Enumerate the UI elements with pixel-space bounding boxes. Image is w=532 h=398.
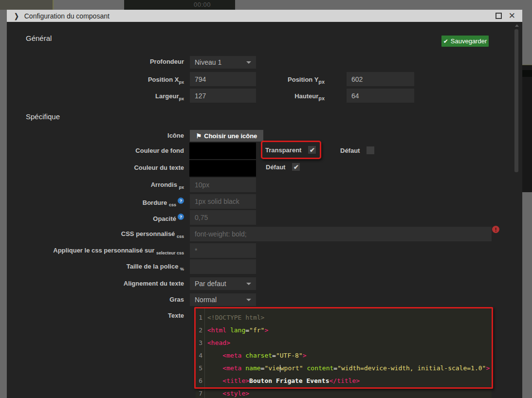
fond-defaut-checkline: Défaut (340, 146, 374, 154)
line-number: 3 (196, 337, 202, 349)
background-panel (0, 0, 53, 10)
css-perso-label: CSS personnalisé css (7, 230, 184, 239)
css-selector-label: Appliquer le css personnalisé sur select… (7, 247, 184, 255)
check-icon: ✔ (443, 38, 448, 45)
texte-defaut-checkline: Défaut ✔ (266, 163, 300, 171)
save-button[interactable]: ✔ Sauvegarder (441, 36, 489, 47)
background-divider (53, 0, 54, 10)
bordure-help-icon[interactable]: ? (178, 198, 184, 204)
code-line[interactable]: 5 <meta name="viewport" content="width=d… (196, 362, 492, 375)
position-y-input[interactable] (347, 72, 414, 86)
taille-police-label: Taille de la police % (7, 263, 184, 271)
css-selector-input[interactable] (190, 243, 256, 258)
fond-defaut-label: Défaut (340, 147, 360, 154)
hauteur-input[interactable] (347, 89, 414, 103)
line-number: 2 (196, 324, 202, 337)
opacite-label: Opacité? (7, 214, 184, 222)
fond-defaut-checkbox[interactable] (367, 146, 374, 154)
page-background-top: 00:00 (0, 0, 532, 10)
line-number: 4 (196, 349, 202, 362)
profondeur-label: Profondeur (7, 58, 184, 65)
texte-code-editor[interactable]: 1<!DOCTYPE html>2<html lang="fr">3<head>… (196, 308, 492, 398)
transparent-checkline: Transparent ✔ (265, 146, 316, 154)
arrondis-label: Arrondis px (7, 181, 184, 190)
section-specifique: Spécifique (26, 112, 60, 121)
code-line[interactable]: 1<!DOCTYPE html> (196, 311, 492, 324)
section-general: Général (26, 34, 52, 42)
couleur-fond-label: Couleur de fond (7, 147, 184, 154)
couleur-fond-swatch[interactable] (189, 143, 256, 159)
scrollbar-thumb[interactable] (514, 29, 518, 172)
couleur-texte-swatch[interactable] (189, 160, 256, 177)
icone-label: Icône (7, 132, 184, 139)
line-number: 6 (196, 375, 202, 387)
collapse-chevron-icon[interactable]: ❯ (14, 12, 18, 20)
alignement-select[interactable]: Par defaut (190, 277, 256, 290)
gras-select[interactable]: Normal (190, 293, 256, 306)
dialog-titlebar[interactable]: ❯ Configuration du composant ✕ (7, 10, 522, 22)
code-line[interactable]: 4 <meta charset="UTF-8"> (196, 349, 492, 362)
component-config-dialog: ❯ Configuration du composant ✕ Général ✔… (7, 10, 522, 398)
save-button-label: Sauvegarder (451, 37, 487, 45)
transparent-checkbox[interactable]: ✔ (308, 146, 316, 154)
opacite-help-icon[interactable]: ? (178, 214, 184, 220)
error-icon: ! (492, 226, 499, 233)
page-background-right (522, 10, 532, 398)
largeur-label: Largeurpx (7, 92, 184, 101)
maximize-button[interactable] (495, 13, 502, 19)
scroll-up-icon[interactable] (515, 24, 519, 27)
background-panel-right (522, 65, 532, 192)
line-number: 1 (196, 311, 202, 324)
alignement-value: Par defaut (195, 280, 226, 288)
dialog-title: Configuration du composant (24, 12, 110, 20)
chevron-down-icon (246, 61, 251, 64)
position-y-label: Position Ypx (242, 76, 325, 85)
line-number: 5 (196, 362, 202, 375)
choose-icon-button[interactable]: ⚑ Choisir une icône (190, 130, 263, 142)
chevron-down-icon (246, 299, 251, 301)
bordure-input[interactable] (190, 194, 256, 209)
texte-label: Texte (7, 312, 184, 319)
gras-label: Gras (7, 296, 184, 303)
taille-police-input[interactable] (190, 259, 256, 274)
line-number: 7 (196, 387, 202, 398)
code-line[interactable]: 6 <title>Bouton Frigate Events</title> (196, 375, 492, 387)
close-button[interactable]: ✕ (509, 12, 515, 20)
code-line[interactable]: 7 <style> (196, 387, 492, 398)
code-line[interactable]: 3<head> (196, 337, 492, 349)
dialog-scrollbar[interactable] (514, 23, 519, 397)
couleur-texte-label: Couleur du texte (7, 164, 184, 171)
position-x-label: Position Xpx (7, 76, 184, 85)
hauteur-label: Hauteurpx (242, 92, 325, 101)
transparent-label: Transparent (265, 146, 301, 154)
timer-value: 00:00 (194, 1, 211, 8)
choose-icon-label: Choisir une icône (204, 132, 257, 140)
code-line[interactable]: 2<html lang="fr"> (196, 324, 492, 337)
profondeur-select[interactable]: Niveau 1 (190, 56, 256, 69)
texte-defaut-label: Défaut (266, 163, 285, 171)
background-band (522, 70, 532, 77)
css-perso-input[interactable] (190, 227, 492, 241)
flag-icon: ⚑ (196, 132, 202, 140)
alignement-label: Alignement du texte (7, 280, 184, 287)
timer-panel: 00:00 (124, 0, 235, 10)
chevron-down-icon (246, 283, 251, 285)
gras-value: Normal (195, 296, 217, 304)
arrondis-input[interactable] (190, 178, 256, 192)
opacite-input[interactable] (190, 210, 256, 225)
profondeur-value: Niveau 1 (195, 58, 221, 66)
bordure-label: Bordure css? (7, 198, 184, 207)
texte-defaut-checkbox[interactable]: ✔ (292, 163, 300, 171)
